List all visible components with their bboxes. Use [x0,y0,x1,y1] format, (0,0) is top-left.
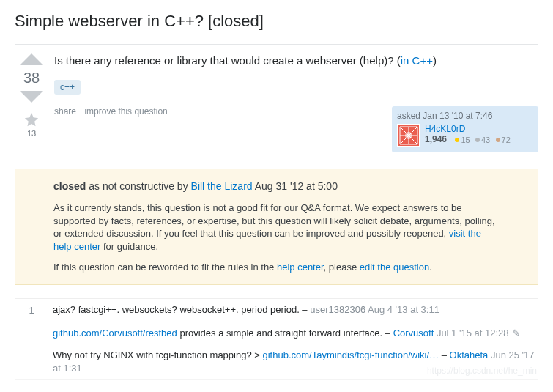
comment-body: ajax? fastcgi++. websockets? websocket++… [48,303,538,317]
closed-mid: as not constructive by [86,180,190,192]
para1-post: for guidance. [100,241,158,252]
para2-post: . [429,262,432,273]
closed-header: closed as not constructive by Bill the L… [53,180,500,193]
user-name[interactable]: H4cKL0rD [425,124,511,134]
action-row: share improve this question asked Jan 13… [54,106,538,152]
comment-score [15,349,48,374]
tag-cpp[interactable]: c++ [54,80,81,95]
bronze-count: 72 [502,136,511,144]
avatar-image [397,124,420,147]
comment-row: 1 ajax? fastcgi++. websockets? websocket… [15,299,538,322]
para2-mid: , please [324,262,360,273]
notice-para2: If this question can be reworded to fit … [53,261,500,274]
comment-text: ajax? fastcgi++. websockets? websocket++… [53,304,310,315]
user-rep: 1,946 [425,134,447,144]
body-text-post: ) [433,54,437,67]
downvote-icon[interactable] [20,91,43,103]
gold-badge-icon [455,138,459,142]
para1-pre: As it currently stands, this question is… [53,202,495,240]
comment-text: provides a simple and straight forward i… [177,328,393,339]
comment-score: 1 [15,303,48,317]
favorite-star-icon[interactable] [23,111,40,127]
comment-user: user1382306 [310,304,365,315]
comment-row: Why not try NGINX with fcgi-function map… [15,344,538,380]
edit-question-link[interactable]: edit the question [360,262,429,273]
improve-link[interactable]: improve this question [84,106,167,117]
question-title: Simple webserver in C++? [closed] [15,12,538,31]
post-actions: share improve this question [54,106,174,117]
question-body-column: Is there any reference or library that w… [54,53,538,166]
question-body: Is there any reference or library that w… [54,53,538,68]
user-card: asked Jan 13 '10 at 7:46 H4cKL0rD 1,946 … [392,106,538,152]
comment-user[interactable]: Oktaheta [450,350,489,360]
svg-point-2 [405,132,412,139]
question-post: 38 13 Is there any reference or library … [15,53,538,166]
avatar[interactable] [397,124,420,147]
pencil-icon[interactable]: ✎ [512,328,520,339]
asked-time: asked Jan 13 '10 at 7:46 [397,111,533,121]
closed-time: Aug 31 '12 at 5:00 [253,180,338,192]
vote-column: 38 13 [15,53,48,166]
comment-date: Jul 1 '15 at 12:28 [434,328,508,339]
favorite-count: 13 [27,129,36,138]
comment-user[interactable]: Corvusoft [393,328,434,339]
silver-count: 43 [481,136,490,144]
closed-notice: closed as not constructive by Bill the L… [15,169,538,285]
closer-user[interactable]: Bill the Lizard [191,180,253,192]
comment-text: Why not try NGINX with fcgi-function map… [53,350,262,360]
comment-body: Why not try NGINX with fcgi-function map… [48,349,538,374]
comment-date: Aug 4 '13 at 3:11 [365,304,439,315]
gold-count: 15 [461,136,470,144]
comment-link[interactable]: github.com/Taymindis/fcgi-function/wiki/… [262,350,439,360]
share-link[interactable]: share [54,106,76,117]
upvote-icon[interactable] [20,53,43,65]
comment-mid: – [439,350,449,360]
comments-list: 1 ajax? fastcgi++. websockets? websocket… [15,298,538,380]
para2-pre: If this question can be reworded to fit … [53,262,277,273]
help-center-link-2[interactable]: help center [277,262,324,273]
separator [15,44,538,45]
comment-row: github.com/Corvusoft/restbed provides a … [15,322,538,345]
vote-score: 38 [23,70,40,86]
notice-para1: As it currently stands, this question is… [53,201,500,254]
body-link[interactable]: in C++ [401,54,433,67]
closed-label: closed [53,180,86,192]
bronze-badge-icon [496,138,500,142]
body-text: Is there any reference or library that w… [54,54,401,67]
silver-badge-icon [475,138,480,142]
comment-body: github.com/Corvusoft/restbed provides a … [48,327,538,340]
comment-link[interactable]: github.com/Corvusoft/restbed [53,328,177,339]
comment-score [15,327,48,340]
